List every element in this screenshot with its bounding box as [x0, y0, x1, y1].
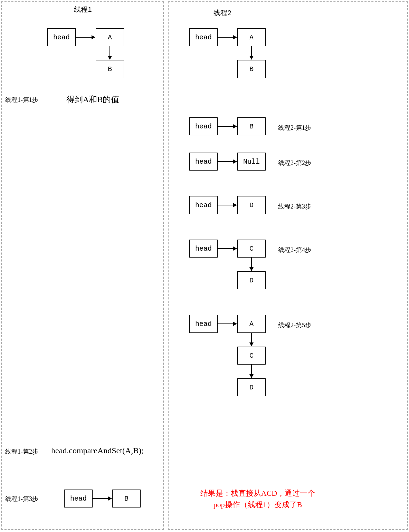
r-head-5: head [189, 315, 218, 333]
l-step2-text: head.compareAndSet(A,B); [51, 446, 144, 455]
r-step5-label: 线程2-第5步 [278, 321, 311, 329]
r-C-5: C [237, 347, 266, 365]
l-A-1: A [96, 28, 124, 46]
arrow [93, 498, 112, 499]
arrow [251, 365, 252, 378]
arrow [110, 46, 110, 59]
arrow [218, 161, 237, 162]
r-A-5: A [237, 315, 266, 333]
arrow [218, 248, 237, 249]
arrow [218, 323, 237, 324]
l-step1-label: 线程1-第1步 [5, 96, 38, 104]
r-step3-label: 线程2-第3步 [278, 202, 311, 211]
r-head-2: head [189, 153, 218, 171]
l-step3-label: 线程1-第3步 [5, 495, 38, 503]
r-head-4: head [189, 240, 218, 258]
r-head-1: head [189, 117, 218, 135]
arrow [76, 37, 95, 38]
r-D-3: D [237, 196, 266, 214]
r-A-0: A [237, 28, 266, 46]
l-B-3: B [112, 490, 141, 507]
arrow [251, 258, 252, 271]
panel-thread-2 [168, 1, 408, 530]
arrow [218, 205, 237, 205]
r-B-1: B [237, 117, 266, 135]
arrow [218, 37, 237, 38]
arrow [251, 333, 252, 346]
r-head-3: head [189, 196, 218, 214]
l-B-1: B [96, 60, 124, 78]
r-B-0: B [237, 60, 266, 78]
result-text: 结果是：栈直接从ACD，通过一个 pop操作（线程1）变成了B [185, 487, 330, 510]
title-thread-1: 线程1 [74, 5, 92, 14]
arrow [218, 126, 237, 127]
diagram-canvas: 线程1 线程2 head A B 线程1-第1步 得到A和B的值 线程1-第2步… [0, 0, 409, 532]
r-step4-label: 线程2-第4步 [278, 246, 311, 254]
r-Null-2: Null [237, 153, 266, 171]
l-head-3: head [64, 490, 93, 507]
r-C-4: C [237, 240, 266, 258]
title-thread-2: 线程2 [213, 8, 231, 18]
r-D-4: D [237, 271, 266, 289]
r-D-5: D [237, 378, 266, 396]
l-step2-label: 线程1-第2步 [5, 447, 38, 456]
r-head-0: head [189, 28, 218, 46]
l-step1-text: 得到A和B的值 [66, 94, 119, 105]
l-head-1: head [47, 28, 76, 46]
r-step2-label: 线程2-第2步 [278, 159, 311, 167]
arrow [251, 46, 252, 59]
r-step1-label: 线程2-第1步 [278, 124, 311, 132]
